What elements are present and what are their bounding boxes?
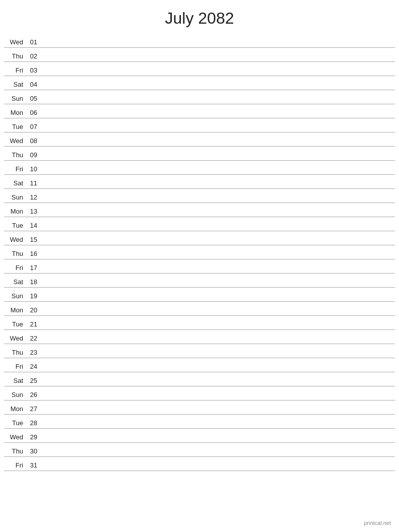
day-row: Sun12 xyxy=(4,189,395,203)
day-number: 26 xyxy=(26,391,39,398)
day-number: 23 xyxy=(26,349,39,356)
day-row: Sun05 xyxy=(4,90,395,104)
day-name: Mon xyxy=(4,208,26,215)
day-row: Thu02 xyxy=(4,48,395,62)
day-row: Sat18 xyxy=(4,274,395,288)
day-number: 12 xyxy=(26,193,39,201)
day-name: Sun xyxy=(4,292,26,300)
day-name: Tue xyxy=(4,320,26,328)
day-name: Tue xyxy=(4,123,26,130)
day-name: Mon xyxy=(4,306,26,314)
day-number: 21 xyxy=(26,320,39,328)
day-number: 24 xyxy=(26,363,39,370)
day-row: Fri03 xyxy=(4,62,395,76)
day-number: 16 xyxy=(26,250,39,257)
day-number: 08 xyxy=(26,137,39,145)
day-number: 09 xyxy=(26,151,39,159)
day-number: 20 xyxy=(26,306,39,314)
day-name: Fri xyxy=(4,461,26,469)
day-number: 29 xyxy=(26,433,39,441)
day-row: Tue21 xyxy=(4,316,395,330)
day-name: Mon xyxy=(4,405,26,413)
day-row: Sun19 xyxy=(4,288,395,302)
day-row: Wed22 xyxy=(4,330,395,344)
day-row: Thu09 xyxy=(4,147,395,161)
day-name: Sun xyxy=(4,193,26,201)
day-row: Fri17 xyxy=(4,259,395,274)
day-row: Tue28 xyxy=(4,415,395,429)
day-number: 07 xyxy=(26,123,39,130)
day-number: 19 xyxy=(26,292,39,300)
day-name: Wed xyxy=(4,236,26,243)
day-number: 03 xyxy=(26,66,39,74)
day-name: Sat xyxy=(4,179,26,187)
day-row: Wed01 xyxy=(4,34,395,48)
day-row: Fri10 xyxy=(4,161,395,175)
day-name: Wed xyxy=(4,137,26,145)
day-row: Sun26 xyxy=(4,386,395,401)
day-name: Thu xyxy=(4,250,26,257)
day-number: 14 xyxy=(26,222,39,229)
day-name: Sat xyxy=(4,377,26,384)
day-row: Sat04 xyxy=(4,76,395,90)
day-name: Thu xyxy=(4,447,26,455)
day-name: Sun xyxy=(4,95,26,102)
day-name: Wed xyxy=(4,38,26,46)
day-row: Thu16 xyxy=(4,245,395,259)
day-row: Mon06 xyxy=(4,104,395,118)
day-row: Wed15 xyxy=(4,231,395,245)
day-number: 01 xyxy=(26,38,39,46)
day-name: Thu xyxy=(4,349,26,356)
day-number: 11 xyxy=(26,179,39,187)
day-name: Fri xyxy=(4,363,26,370)
day-name: Mon xyxy=(4,109,26,116)
day-row: Mon20 xyxy=(4,302,395,316)
day-name: Sun xyxy=(4,391,26,398)
page-title: July 2082 xyxy=(0,0,399,34)
day-number: 04 xyxy=(26,81,39,88)
day-number: 31 xyxy=(26,461,39,469)
day-row: Sat25 xyxy=(4,372,395,386)
day-number: 15 xyxy=(26,236,39,243)
day-row: Fri24 xyxy=(4,358,395,372)
day-row: Tue07 xyxy=(4,118,395,132)
day-name: Fri xyxy=(4,264,26,272)
day-name: Tue xyxy=(4,419,26,427)
day-number: 05 xyxy=(26,95,39,102)
day-name: Wed xyxy=(4,433,26,441)
day-number: 13 xyxy=(26,208,39,215)
day-number: 10 xyxy=(26,165,39,173)
calendar-list: Wed01Thu02Fri03Sat04Sun05Mon06Tue07Wed08… xyxy=(0,34,399,471)
day-row: Thu30 xyxy=(4,443,395,457)
footer-attribution: printcal.net xyxy=(364,520,391,526)
day-name: Tue xyxy=(4,222,26,229)
day-number: 17 xyxy=(26,264,39,272)
day-name: Fri xyxy=(4,165,26,173)
day-name: Sat xyxy=(4,81,26,88)
day-name: Thu xyxy=(4,151,26,159)
day-row: Tue14 xyxy=(4,217,395,231)
day-number: 25 xyxy=(26,377,39,384)
day-number: 22 xyxy=(26,335,39,342)
day-row: Mon27 xyxy=(4,401,395,415)
day-row: Mon13 xyxy=(4,203,395,217)
day-name: Wed xyxy=(4,335,26,342)
day-name: Thu xyxy=(4,52,26,60)
day-number: 30 xyxy=(26,447,39,455)
day-row: Wed08 xyxy=(4,132,395,147)
day-row: Fri31 xyxy=(4,457,395,471)
day-number: 28 xyxy=(26,419,39,427)
day-row: Sat11 xyxy=(4,175,395,189)
day-name: Sat xyxy=(4,278,26,286)
day-number: 06 xyxy=(26,109,39,116)
day-number: 27 xyxy=(26,405,39,413)
day-row: Thu23 xyxy=(4,344,395,358)
day-row: Wed29 xyxy=(4,429,395,443)
day-number: 02 xyxy=(26,52,39,60)
day-name: Fri xyxy=(4,66,26,74)
day-number: 18 xyxy=(26,278,39,286)
